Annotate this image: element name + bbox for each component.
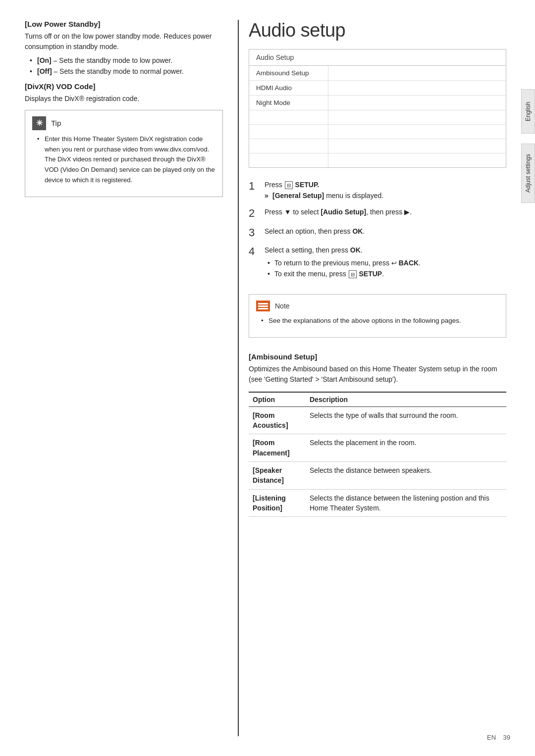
page-container: English Adjust settings [Low Power Stand… [0,0,535,756]
menu-row-empty-2 [249,125,506,139]
desc-room-placement: Selects the placement in the room. [306,434,506,462]
note-header: Note [256,301,499,311]
menu-row-night: Night Mode [249,96,506,110]
table-row: [RoomPlacement] Selects the placement in… [249,434,506,462]
desc-speaker-distance: Selects the distance between speakers. [306,462,506,490]
divx-body: Displays the DivX® registration code. [25,94,223,104]
tip-icon: ✳ [32,116,46,130]
step-number-4: 4 [249,245,260,258]
low-power-section: [Low Power Standby] Turns off or on the … [25,20,223,77]
sidebar-tab-adjust: Adjust settings [521,144,535,203]
desc-listening-position: Selects the distance between the listeni… [306,489,506,517]
tip-content: Enter this Home Theater System DivX regi… [37,134,215,186]
options-table-body: [RoomAcoustics] Selects the type of wall… [249,406,506,516]
audio-setup-title: Audio setup [249,20,506,41]
note-content: See the explanations of the above option… [261,315,499,326]
option-room-acoustics: [RoomAcoustics] [249,406,306,434]
ambisound-heading: [Ambisound Setup] [249,353,506,361]
step-number-2: 2 [249,207,260,220]
tip-label: Tip [51,118,61,129]
step-4-sublist: To return to the previous menu, press ↩ … [265,258,421,279]
main-content: [Low Power Standby] Turns off or on the … [0,0,521,756]
step-content-3: Select an option, then press OK. [265,226,365,237]
note-list: See the explanations of the above option… [256,315,499,326]
ambisound-body: Optimizes the Ambisound based on this Ho… [249,364,506,385]
step-number-3: 3 [249,226,260,239]
lang-label: EN [487,734,496,741]
low-power-body: Turns off or on the low power standby mo… [25,31,223,52]
adjust-label: Adjust settings [525,154,532,193]
options-table: Option Description [RoomAcoustics] Selec… [249,392,506,517]
english-label: English [525,101,532,121]
tip-box: ✳ Tip Enter this Home Theater System Div… [25,110,223,197]
audio-setup-menu: Audio Setup Ambisound Setup HDMI Audio N… [249,49,506,168]
menu-row-empty-1 [249,110,506,125]
step-4-sub-2: To exit the menu, press ⊟ SETUP. [265,269,421,280]
tip-header: ✳ Tip [32,116,215,130]
options-header-row: Option Description [249,392,506,407]
steps-list: 1 Press ⊟ SETUP. » [General Setup] menu … [249,180,506,284]
low-power-list: [On] – Sets the standby mode to low powe… [25,55,223,77]
divx-heading: [DivX(R) VOD Code] [25,82,223,91]
step-content-2: Press ▼ to select [Audio Setup], then pr… [265,207,412,218]
setup-icon: ⊟ [285,181,293,189]
right-column: Audio setup Audio Setup Ambisound Setup … [238,20,506,736]
menu-item-night: Night Mode [249,96,328,110]
page-number: EN 39 [487,734,510,741]
menu-row-empty-4 [249,153,506,167]
option-listening-position: [ListeningPosition] [249,489,306,517]
options-table-header: Option Description [249,392,506,407]
col-option-header: Option [249,392,306,407]
step-4: 4 Select a setting, then press OK. To re… [249,245,506,284]
step-1-sub: » [General Setup] menu is displayed. [265,191,383,202]
menu-row-ambisound: Ambisound Setup [249,66,506,81]
divx-section: [DivX(R) VOD Code] Displays the DivX® re… [25,82,223,104]
step-1: 1 Press ⊟ SETUP. » [General Setup] menu … [249,180,506,201]
sidebar-tab-english: English [521,89,535,134]
menu-row-hdmi: HDMI Audio [249,81,506,96]
col-desc-header: Description [306,392,506,407]
setup-icon-2: ⊟ [349,270,357,278]
list-item: [On] – Sets the standby mode to low powe… [30,55,223,66]
step-2: 2 Press ▼ to select [Audio Setup], then … [249,207,506,220]
table-row: [SpeakerDistance] Selects the distance b… [249,462,506,490]
list-item: [Off] – Sets the standby mode to normal … [30,66,223,77]
step-number-1: 1 [249,180,260,193]
menu-item-ambisound: Ambisound Setup [249,66,328,80]
step-3: 3 Select an option, then press OK. [249,226,506,239]
note-icon [256,301,270,311]
left-column: [Low Power Standby] Turns off or on the … [25,20,238,736]
step-content-4: Select a setting, then press OK. To retu… [265,245,421,284]
table-row: [ListeningPosition] Selects the distance… [249,489,506,517]
option-room-placement: [RoomPlacement] [249,434,306,462]
note-box: Note See the explanations of the above o… [249,294,506,338]
ambisound-section: [Ambisound Setup] Optimizes the Ambisoun… [249,353,506,517]
table-row: [RoomAcoustics] Selects the type of wall… [249,406,506,434]
note-label: Note [275,301,290,311]
menu-item-hdmi: HDMI Audio [249,81,328,95]
step-content-1: Press ⊟ SETUP. » [General Setup] menu is… [265,180,383,201]
low-power-heading: [Low Power Standby] [25,20,223,28]
tip-list: Enter this Home Theater System DivX regi… [32,134,215,186]
menu-row-empty-3 [249,139,506,153]
menu-table-header: Audio Setup [249,50,506,66]
back-icon: ↩ [391,258,397,268]
page-num: 39 [503,734,510,741]
option-speaker-distance: [SpeakerDistance] [249,462,306,490]
desc-room-acoustics: Selects the type of walls that surround … [306,406,506,434]
step-4-sub-1: To return to the previous menu, press ↩ … [265,258,421,269]
